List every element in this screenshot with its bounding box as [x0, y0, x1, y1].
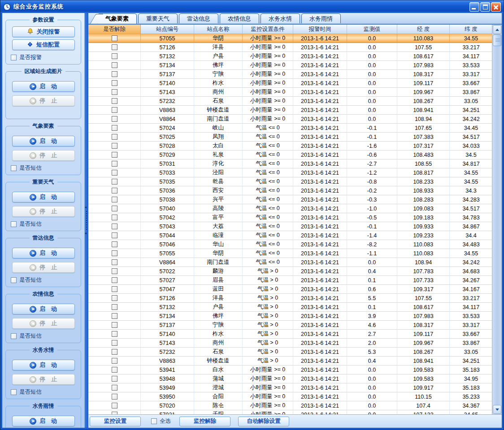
release-checkbox[interactable] [112, 215, 117, 220]
table-row[interactable]: 57035乾县气温 <= 02013-1-6 14:21-0.8108.2333… [88, 177, 492, 186]
table-row[interactable]: 57029礼泉气温 <= 02013-1-6 14:21-0.6108.4833… [88, 150, 492, 159]
release-checkbox[interactable] [112, 394, 117, 400]
table-row[interactable]: 57044临潼气温 <= 02013-1-6 14:21-1.4109.2333… [88, 231, 492, 240]
release-checkbox[interactable] [112, 98, 117, 104]
release-checkbox[interactable] [112, 322, 117, 328]
release-checkbox[interactable] [112, 376, 117, 382]
close-alarm-button[interactable]: 关闭报警 [12, 26, 75, 37]
table-row[interactable]: 57031淳化气温 <= 02013-1-6 14:21-2.7108.5534… [88, 159, 492, 168]
table-row[interactable]: 57137宁陕气温 > 02013-1-6 14:214.6108.31733.… [88, 321, 492, 330]
release-checkbox[interactable] [112, 250, 117, 256]
table-row[interactable]: 57140柞水小时雨量 >= 02013-1-6 14:210.0109.117… [88, 79, 492, 88]
column-header[interactable]: 站点名称 [194, 25, 243, 34]
release-checkbox[interactable] [112, 134, 117, 140]
start-button[interactable]: 启 动 [12, 192, 75, 202]
release-checkbox[interactable] [112, 44, 117, 50]
stop-button[interactable]: 停 止 [12, 150, 75, 161]
sms-enable-checkbox[interactable] [11, 333, 17, 339]
table-row[interactable]: 57132户县小时雨量 >= 02013-1-6 14:210.0108.617… [88, 52, 492, 61]
release-checkbox[interactable] [112, 107, 117, 113]
stop-button[interactable]: 停 止 [12, 262, 75, 273]
release-checkbox[interactable] [112, 170, 117, 176]
stop-button[interactable]: 停 止 [12, 95, 75, 106]
scroll-thumb[interactable] [493, 34, 501, 46]
release-checkbox[interactable] [112, 35, 117, 41]
column-header[interactable]: 站点编号 [141, 25, 194, 34]
auto-release-button[interactable]: 自动解除设置 [238, 417, 289, 426]
monitor-release-button[interactable]: 监控解除 [179, 417, 230, 426]
column-header[interactable]: 经 度 [397, 25, 450, 34]
release-checkbox[interactable] [112, 331, 117, 337]
sms-enable-checkbox[interactable] [11, 165, 17, 171]
column-header[interactable]: 是否解除 [88, 25, 141, 34]
table-row[interactable]: 53941白水小时雨量 >= 02013-1-6 14:210.0109.583… [88, 366, 492, 374]
release-checkbox[interactable] [112, 197, 117, 202]
table-row[interactable]: 57143商州气温 > 02013-1-6 14:212.0109.96733.… [88, 339, 492, 348]
release-checkbox[interactable] [112, 62, 117, 68]
table-row[interactable]: 57232石泉气温 > 02013-1-6 14:215.3108.26733.… [88, 348, 492, 357]
maximize-button[interactable] [480, 2, 490, 12]
release-checkbox[interactable] [112, 143, 117, 149]
release-checkbox[interactable] [112, 116, 117, 122]
table-row[interactable]: V8864南门盘道小时雨量 >= 02013-1-6 14:210.0108.9… [88, 115, 492, 124]
release-checkbox[interactable] [112, 232, 117, 238]
table-row[interactable]: 57055华阴小时雨量 >= 02013-1-6 14:210.0110.083… [88, 34, 492, 43]
sms-enable-checkbox[interactable] [11, 277, 17, 283]
table-row[interactable]: 53948蒲城小时雨量 >= 02013-1-6 14:210.0109.583… [88, 374, 492, 383]
column-header[interactable]: 监测值 [347, 25, 397, 34]
collapse-arrow-icon[interactable]: ◂ [85, 232, 87, 235]
table-row[interactable]: 57038兴平气温 <= 02013-1-6 14:21-0.3108.2833… [88, 195, 492, 204]
table-row[interactable]: 57036西安气温 <= 02013-1-6 14:21-0.2108.9333… [88, 186, 492, 195]
table-row[interactable]: 57126洋县小时雨量 >= 02013-1-6 14:210.0107.553… [88, 43, 492, 52]
column-header[interactable]: 纬 度 [450, 25, 493, 34]
table-row[interactable]: V8863钟楼盘道小时雨量 >= 02013-1-6 14:210.0108.9… [88, 106, 492, 115]
release-checkbox[interactable] [112, 385, 117, 391]
release-checkbox[interactable] [112, 295, 117, 301]
release-checkbox[interactable] [112, 259, 117, 265]
release-checkbox[interactable] [112, 125, 117, 131]
vertical-scrollbar[interactable] [492, 25, 502, 414]
table-row[interactable]: 57028太白气温 <= 02013-1-6 14:21-1.6107.3173… [88, 142, 492, 150]
table-row[interactable]: 57143商州小时雨量 >= 02013-1-6 14:210.0109.967… [88, 88, 492, 97]
tab-1[interactable]: 气象要素 [97, 13, 137, 24]
table-row[interactable]: V8864南门盘道气温 <= 02013-1-6 14:210.0108.943… [88, 258, 492, 267]
monitor-set-button[interactable]: 监控设置 [90, 417, 141, 426]
tab-5[interactable]: 水务水情 [261, 13, 300, 23]
release-checkbox[interactable] [112, 206, 117, 211]
release-checkbox[interactable] [112, 268, 117, 274]
table-row[interactable]: 53949澄城小时雨量 >= 02013-1-6 14:210.0109.917… [88, 383, 492, 392]
minimize-button[interactable] [469, 2, 479, 12]
release-checkbox[interactable] [112, 403, 117, 408]
release-checkbox[interactable] [112, 304, 117, 310]
table-row[interactable]: 57027眉县气温 > 02013-1-6 14:210.1107.73334.… [88, 276, 492, 285]
release-checkbox[interactable] [112, 358, 117, 364]
start-button[interactable]: 启 动 [12, 360, 75, 370]
close-button[interactable] [491, 2, 501, 12]
release-checkbox[interactable] [112, 71, 117, 77]
column-header[interactable]: 监控设置条件 [243, 25, 293, 34]
table-row[interactable]: 57033泾阳气温 <= 02013-1-6 14:21-1.2108.8173… [88, 168, 492, 177]
tab-6[interactable]: 水务雨情 [301, 13, 341, 23]
table-row[interactable]: 57140柞水气温 > 02013-1-6 14:212.7109.11733.… [88, 330, 492, 339]
table-row[interactable]: 57055华阴气温 <= 02013-1-6 14:21-1.1110.0833… [88, 249, 492, 258]
release-checkbox[interactable] [112, 286, 117, 292]
release-checkbox[interactable] [112, 340, 117, 346]
release-checkbox[interactable] [112, 313, 117, 319]
splitter-grip[interactable] [86, 211, 87, 230]
tab-4[interactable]: 农情信息 [220, 13, 259, 23]
table-row[interactable]: 57020陈仓小时雨量 >= 02013-1-6 14:210.0107.434… [88, 401, 492, 410]
select-all-checkbox[interactable] [151, 418, 157, 424]
table-row[interactable]: 57025凤翔气温 <= 02013-1-6 14:21-0.1107.3833… [88, 133, 492, 142]
table-row[interactable]: 57137宁陕小时雨量 >= 02013-1-6 14:210.0108.317… [88, 70, 492, 79]
sms-enable-checkbox[interactable] [11, 389, 17, 395]
start-button[interactable]: 启 动 [12, 304, 75, 314]
table-row[interactable]: 57126洋县气温 > 02013-1-6 14:215.5107.5533.2… [88, 294, 492, 303]
release-checkbox[interactable] [112, 349, 117, 355]
release-checkbox[interactable] [112, 161, 117, 167]
alarm-enable-checkbox[interactable] [11, 55, 17, 60]
table-row[interactable]: 57043大荔气温 <= 02013-1-6 14:21-0.1109.9333… [88, 222, 492, 231]
table-row[interactable]: 57134佛坪小时雨量 >= 02013-1-6 14:210.0107.983… [88, 61, 492, 70]
table-row[interactable]: 57024岐山气温 <= 02013-1-6 14:21-0.1107.6534… [88, 124, 492, 133]
table-row[interactable]: 57047蓝田气温 > 02013-1-6 14:210.6109.31734.… [88, 285, 492, 294]
sms-enable-checkbox[interactable] [11, 221, 17, 227]
